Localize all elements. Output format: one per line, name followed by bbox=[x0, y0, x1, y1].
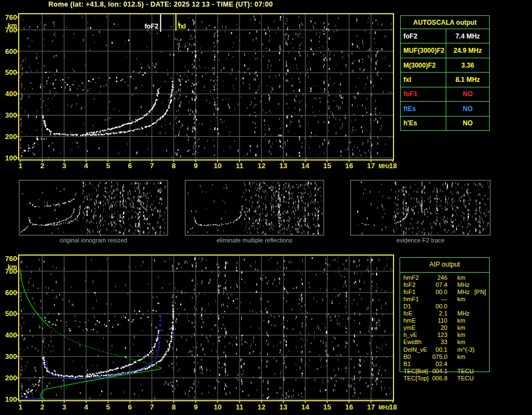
autoscala-row-value: NO bbox=[446, 87, 489, 101]
aip-output-table: AIP output hmF2246kmfoF207.4MHzfoF100.0M… bbox=[400, 257, 490, 372]
y-tick-label: 400 bbox=[5, 331, 17, 339]
x-tick-label: 10 bbox=[214, 403, 221, 411]
x-tick-label: 11 bbox=[236, 162, 243, 170]
autoscala-row-label: foF1 bbox=[401, 87, 446, 101]
aip-row-value: 00.0 bbox=[414, 289, 447, 295]
aip-row-value: --- bbox=[414, 296, 447, 302]
aip-row: h_vE123km bbox=[400, 331, 490, 338]
aip-row-name: foF2 bbox=[403, 281, 415, 288]
aip-row-value: 2.1 bbox=[414, 310, 447, 317]
autoscala-row: foF1NO bbox=[401, 87, 489, 102]
autoscala-row-value: NO bbox=[446, 117, 489, 130]
aip-table-title: AIP output bbox=[400, 261, 489, 268]
autoscala-row: foF27.4 MHz bbox=[401, 29, 489, 43]
x-tick-label: 13 bbox=[279, 403, 287, 411]
x-tick-label: 6 bbox=[128, 162, 132, 170]
aip-row: hmF1---km bbox=[400, 296, 490, 302]
y-tick-label: 300 bbox=[5, 352, 17, 361]
aip-row: foF207.4MHz bbox=[400, 281, 490, 288]
y-tick-label: 500 bbox=[5, 309, 17, 318]
x-tick-label: 16 bbox=[345, 162, 353, 170]
aip-row-value: 00.1 bbox=[414, 346, 447, 353]
aip-row: ymE20km bbox=[400, 324, 490, 331]
x-tick-label: 14 bbox=[301, 162, 309, 170]
autoscala-row-value: NO bbox=[446, 102, 489, 115]
autoscala-row-value: 3.36 bbox=[446, 58, 489, 72]
aip-row-unit: TECU bbox=[457, 375, 474, 381]
x-tick-label: 7 bbox=[150, 162, 154, 170]
aip-row-note: [PN] bbox=[474, 289, 486, 295]
autoscala-row: ftEsNO bbox=[401, 102, 489, 116]
aip-row-unit: km bbox=[457, 324, 465, 331]
x-tick-label: 1 bbox=[18, 403, 22, 411]
autoscala-row-label: ftEs bbox=[401, 102, 446, 115]
x-tick-label: 1 bbox=[18, 162, 22, 170]
aip-row-unit: km bbox=[457, 274, 465, 281]
x-tick-label: 13 bbox=[279, 162, 287, 170]
aip-row-name: D1 bbox=[403, 303, 411, 309]
autoscala-row-value: 24.9 MHz bbox=[446, 43, 489, 57]
aip-row: TEC[Top]006.8TECU bbox=[400, 375, 490, 381]
aip-row-unit: km bbox=[457, 353, 465, 360]
aip-title-separator bbox=[400, 272, 489, 273]
x-tick-label: 2 bbox=[40, 403, 44, 411]
autoscala-row-value: 7.4 MHz bbox=[446, 29, 489, 43]
aip-row-unit: km bbox=[457, 331, 465, 338]
autoscala-row: M(3000)F23.36 bbox=[401, 58, 489, 73]
aip-row-unit: km bbox=[457, 339, 465, 345]
autoscala-row-label: MUF(3000)F2 bbox=[401, 43, 446, 57]
aip-row-unit: MHz bbox=[457, 310, 470, 317]
x-tick-label: 4 bbox=[84, 162, 88, 170]
aip-row: DelN_vE00.1m^(-3) bbox=[400, 346, 490, 353]
y-tick-label: 400 bbox=[5, 90, 17, 98]
autoscala-table-title: AUTOSCALA output bbox=[401, 16, 489, 29]
x-tick-label: 12 bbox=[257, 403, 265, 411]
fof2-marker-label: foF2 bbox=[145, 23, 159, 30]
x-tick-label: 16 bbox=[345, 403, 353, 411]
y-axis-unit-label: km bbox=[8, 22, 17, 30]
aip-row-unit: km bbox=[457, 317, 465, 324]
aip-row-unit: TECU bbox=[457, 368, 474, 374]
x-tick-label: 10 bbox=[214, 162, 221, 170]
aip-row-value: 02.4 bbox=[414, 361, 447, 367]
aip-row-name: B1 bbox=[403, 361, 411, 367]
aip-row-unit: MHz bbox=[457, 289, 470, 295]
x-tick-label: 14 bbox=[301, 403, 309, 411]
aip-row-unit: m^(-3) bbox=[457, 346, 474, 353]
caption-evidence-f2-trace: evidence F2 trace bbox=[351, 237, 490, 244]
aip-row: Ewidth33km bbox=[400, 339, 490, 345]
fxi-marker-label: fxI bbox=[178, 23, 186, 30]
x-axis-unit-label: MHz bbox=[379, 405, 390, 411]
aip-row-value: 075.0 bbox=[414, 353, 447, 360]
aip-row-name: foF1 bbox=[403, 289, 415, 295]
autoscala-row-label: foF2 bbox=[401, 29, 446, 43]
aip-row-value: 110 bbox=[414, 317, 447, 324]
x-tick-label: 9 bbox=[193, 403, 197, 411]
y-tick-label: 500 bbox=[5, 68, 17, 76]
x-axis-unit-label: MHz bbox=[379, 163, 390, 169]
x-tick-label: 2 bbox=[40, 162, 44, 170]
x-tick-label: 18 bbox=[389, 403, 397, 411]
caption-eliminate-reflections: eliminate multiple reflections bbox=[185, 237, 324, 244]
x-tick-label: 3 bbox=[62, 403, 66, 411]
y-tick-label: 200 bbox=[5, 132, 17, 141]
autoscala-row-value: 8.1 MHz bbox=[446, 73, 489, 86]
aip-row-value: 123 bbox=[414, 331, 447, 338]
aip-row: foF100.0MHz[PN] bbox=[400, 289, 490, 295]
y-tick-label: 300 bbox=[5, 111, 17, 119]
autoscala-output-screen: Rome (lat: +41.8, lon: 012.5) - DATE: 20… bbox=[0, 0, 532, 415]
aip-row-value: 07.4 bbox=[414, 281, 447, 288]
x-tick-label: 4 bbox=[84, 403, 88, 411]
x-tick-label: 6 bbox=[128, 403, 132, 411]
x-tick-label: 11 bbox=[236, 403, 243, 411]
x-tick-label: 15 bbox=[323, 403, 331, 411]
aip-row: foE2.1MHz bbox=[400, 310, 490, 317]
x-tick-label: 5 bbox=[106, 403, 110, 411]
aip-row-value: 33 bbox=[414, 339, 447, 345]
autoscala-row-label: h'Es bbox=[401, 117, 446, 130]
x-tick-label: 9 bbox=[193, 162, 197, 170]
y-tick-label: 760 bbox=[5, 13, 17, 21]
y-tick-label: 200 bbox=[5, 374, 17, 382]
autoscala-row: h'EsNO bbox=[401, 117, 489, 130]
autoscala-row: fxI8.1 MHz bbox=[401, 73, 489, 87]
